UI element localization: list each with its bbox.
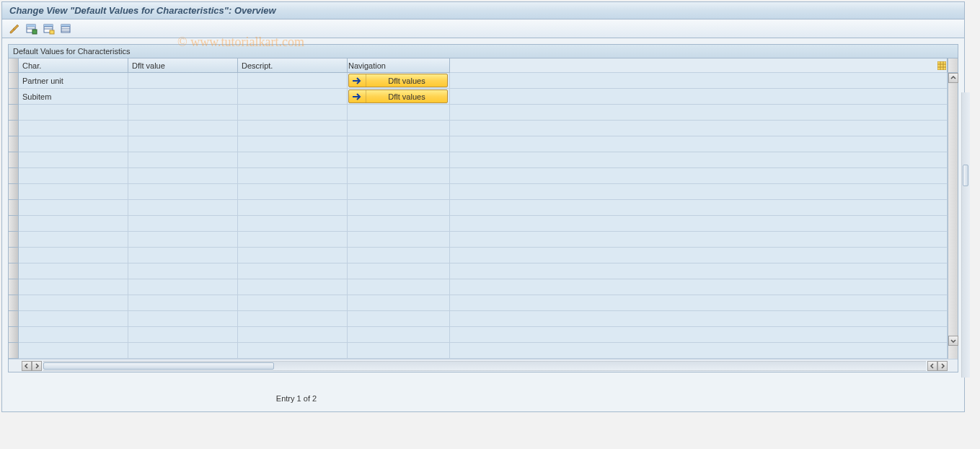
cell-dflt-empty[interactable]	[128, 343, 238, 359]
table-row-empty[interactable]	[9, 184, 948, 200]
cell-dflt-empty[interactable]	[128, 121, 238, 136]
cell-desc-empty[interactable]	[238, 168, 348, 184]
cell-char-empty[interactable]	[19, 295, 128, 311]
row-selector[interactable]	[9, 311, 19, 327]
table-row-empty[interactable]	[9, 121, 948, 136]
cell-dflt-empty[interactable]	[128, 311, 238, 327]
col-header-char[interactable]: Char.	[19, 58, 128, 73]
cell-char-empty[interactable]	[19, 152, 128, 168]
row-selector[interactable]	[9, 152, 19, 168]
cell-desc-empty[interactable]	[238, 184, 348, 200]
table-row-empty[interactable]	[9, 263, 948, 279]
col-header-dflt-value[interactable]: Dflt value	[128, 58, 238, 73]
row-selector[interactable]	[9, 136, 19, 152]
table-row-empty[interactable]	[9, 105, 948, 121]
table-row-empty[interactable]	[9, 168, 948, 184]
dflt-values-button[interactable]: Dflt values	[348, 74, 448, 87]
outer-vertical-scrollbar[interactable]	[961, 92, 970, 378]
cell-dflt-empty[interactable]	[128, 248, 238, 263]
table-row-empty[interactable]	[9, 311, 948, 327]
scroll-left-end-button[interactable]	[927, 361, 937, 371]
row-selector[interactable]	[9, 105, 19, 121]
row-selector[interactable]	[9, 327, 19, 343]
cell-char-empty[interactable]	[19, 263, 128, 279]
row-selector[interactable]	[9, 168, 19, 184]
cell-desc-empty[interactable]	[238, 200, 348, 216]
row-selector[interactable]	[9, 89, 19, 105]
cell-char-empty[interactable]	[19, 184, 128, 200]
dflt-values-button[interactable]: Dflt values	[348, 90, 448, 103]
table-row-empty[interactable]	[9, 136, 948, 152]
table-row[interactable]: Partner unitDflt values	[9, 73, 948, 89]
cell-desc-empty[interactable]	[238, 311, 348, 327]
col-header-descript[interactable]: Descript.	[238, 58, 348, 73]
row-selector[interactable]	[9, 216, 19, 232]
cell-char-empty[interactable]	[19, 279, 128, 295]
row-selector[interactable]	[9, 184, 19, 200]
cell-desc-empty[interactable]	[238, 121, 348, 136]
row-selector[interactable]	[9, 343, 19, 359]
cell-dflt-empty[interactable]	[128, 327, 238, 343]
cell-dflt-empty[interactable]	[128, 295, 238, 311]
scroll-right-button[interactable]	[32, 361, 42, 371]
cell-desc-empty[interactable]	[238, 105, 348, 121]
cell-descript[interactable]	[238, 73, 348, 89]
table-new-button[interactable]	[25, 22, 38, 35]
row-selector[interactable]	[9, 263, 19, 279]
cell-dflt-empty[interactable]	[128, 168, 238, 184]
cell-dflt-empty[interactable]	[128, 232, 238, 248]
cell-char-empty[interactable]	[19, 216, 128, 232]
table-row-empty[interactable]	[9, 232, 948, 248]
table-row-empty[interactable]	[9, 200, 948, 216]
table-deselect-button[interactable]	[60, 22, 73, 35]
scroll-down-button[interactable]	[948, 336, 958, 346]
cell-desc-empty[interactable]	[238, 152, 348, 168]
table-row-empty[interactable]	[9, 216, 948, 232]
cell-char-empty[interactable]	[19, 311, 128, 327]
cell-descript[interactable]	[238, 89, 348, 105]
table-row-empty[interactable]	[9, 152, 948, 168]
cell-desc-empty[interactable]	[238, 232, 348, 248]
cell-desc-empty[interactable]	[238, 136, 348, 152]
cell-dflt-empty[interactable]	[128, 279, 238, 295]
cell-desc-empty[interactable]	[238, 279, 348, 295]
cell-char-empty[interactable]	[19, 248, 128, 263]
row-selector[interactable]	[9, 232, 19, 248]
cell-dflt-empty[interactable]	[128, 216, 238, 232]
cell-desc-empty[interactable]	[238, 327, 348, 343]
cell-char-empty[interactable]	[19, 105, 128, 121]
cell-desc-empty[interactable]	[238, 216, 348, 232]
table-select-button[interactable]	[43, 22, 56, 35]
scroll-up-button[interactable]	[948, 73, 958, 83]
table-row-empty[interactable]	[9, 343, 948, 359]
cell-desc-empty[interactable]	[238, 295, 348, 311]
table-row[interactable]: SubitemDflt values	[9, 89, 948, 105]
row-selector[interactable]	[9, 295, 19, 311]
row-selector[interactable]	[9, 73, 19, 89]
table-row-empty[interactable]	[9, 327, 948, 343]
vscroll-thumb[interactable]	[963, 165, 968, 186]
cell-char[interactable]: Subitem	[19, 89, 128, 105]
cell-char-empty[interactable]	[19, 168, 128, 184]
cell-desc-empty[interactable]	[238, 263, 348, 279]
row-selector[interactable]	[9, 121, 19, 136]
hscroll-thumb[interactable]	[43, 362, 274, 370]
table-settings-button[interactable]	[937, 61, 946, 70]
scroll-right-end-button[interactable]	[937, 361, 948, 371]
cell-dflt-value[interactable]	[128, 73, 238, 89]
scroll-left-button[interactable]	[22, 361, 32, 371]
row-selector-header[interactable]	[9, 58, 19, 73]
edit-button[interactable]	[8, 22, 21, 35]
cell-char-empty[interactable]	[19, 136, 128, 152]
cell-char-empty[interactable]	[19, 121, 128, 136]
cell-desc-empty[interactable]	[238, 343, 348, 359]
row-selector[interactable]	[9, 279, 19, 295]
cell-dflt-empty[interactable]	[128, 152, 238, 168]
cell-char-empty[interactable]	[19, 343, 128, 359]
cell-dflt-value[interactable]	[128, 89, 238, 105]
table-row-empty[interactable]	[9, 295, 948, 311]
cell-dflt-empty[interactable]	[128, 263, 238, 279]
row-selector[interactable]	[9, 200, 19, 216]
cell-dflt-empty[interactable]	[128, 136, 238, 152]
cell-desc-empty[interactable]	[238, 248, 348, 263]
